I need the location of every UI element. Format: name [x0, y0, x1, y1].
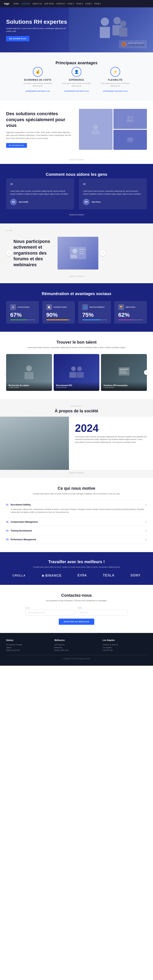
svg-point-16 [73, 249, 77, 253]
money-icon: 💰 [35, 70, 40, 74]
advantage-item-exp: 👤 EXPÉRIENCE Lorem ipsum dolor sit amet,… [60, 67, 93, 92]
advantages-grid: 💰 ÉCONOMIES DE COÛTS Lorem ipsum dolor s… [6, 67, 147, 92]
nav-page3[interactable]: PAGE 3 [85, 3, 92, 5]
advantage-item-flex: ⚡ FLEXIBILITÉ Lorem ipsum dolor sit amet… [99, 67, 132, 92]
about-section: HISTOIRE À propos de la société [0, 399, 153, 478]
testimonial-card-2: " Lorem ipsum dolor sit amet, consectetu… [79, 178, 147, 209]
svg-rect-19 [79, 251, 84, 252]
advantage-icon-flex: ⚡ [110, 67, 120, 77]
faq-header-2[interactable]: 02. Compensation Management ∨ [6, 520, 147, 523]
advantage-icon-cost: 💰 [33, 67, 43, 77]
formations-icon: 📋 [46, 304, 52, 310]
stat-bar-mentors [118, 320, 143, 320]
form-row: Email Name [25, 607, 128, 615]
faq-number-3: 03. [6, 530, 9, 532]
testimonials-title: Comment nous aidons les gens [6, 172, 147, 177]
testimonials-grid: " Lorem ipsum dolor sit amet, consectetu… [6, 178, 147, 209]
email-field[interactable] [25, 609, 75, 615]
chevron-down-icon-2: ∨ [145, 520, 147, 523]
nav-page1[interactable]: PAGE 1 [68, 3, 74, 5]
svg-rect-10 [127, 119, 130, 122]
nav-page2[interactable]: PAGE 2 [77, 3, 83, 5]
partners-logos: CROLLA ◈ BINANCE EV9A TESLA SONY [6, 574, 147, 578]
talent-grid: Recherche de cadres à votre service [6, 354, 147, 391]
footer-col-sydney: Sydney 45 Chetones Turnpike,SydneyGaffe … [6, 639, 50, 652]
svg-rect-20 [79, 253, 85, 254]
solutions-image-tall [79, 109, 113, 150]
about-year-desc: Lorem ipsum dolor sit amet, consectetur … [75, 436, 147, 444]
advantage-desc-cost: Lorem ipsum dolor sit amet, consectetur … [21, 82, 54, 87]
stat-bar-avantages [10, 320, 35, 320]
events-next-button[interactable]: › [100, 250, 106, 256]
svg-rect-26 [77, 372, 84, 378]
faq-header-4[interactable]: 04. Performance Management ∨ [6, 538, 147, 541]
stats-grid: ★ Avantages 67% 📋 Formations 90% 👥 Recru… [6, 301, 147, 323]
talent-title: Trouver le bon talent [6, 340, 147, 345]
solutions-cta-button[interactable]: EN SAVOIR PLUS [6, 143, 27, 148]
submit-button[interactable]: ENVOYER UN MESSAGE [59, 619, 94, 625]
stat-label-avantages: Avantages [17, 306, 30, 308]
advantage-desc-flex: Lorem ipsum dolor sit amet, consectetur … [99, 82, 132, 87]
stat-label-formations: Formations [54, 306, 67, 308]
svg-point-23 [71, 366, 76, 371]
avatar-sam: SP [83, 199, 90, 205]
nav-home[interactable]: HOME [13, 3, 19, 5]
logo[interactable]: logo [4, 2, 9, 5]
nav-page4[interactable]: PAGE 4 [94, 3, 101, 5]
svg-point-21 [26, 366, 32, 371]
advantage-title-exp: EXPÉRIENCE [60, 79, 93, 81]
recrutement-icon: 👥 [82, 304, 88, 310]
contact-subtitle: Des questions ou des remarques ? Écrivez… [36, 600, 117, 602]
events-prev-button[interactable]: ‹ [6, 250, 12, 256]
nav-team[interactable]: OUR TEAM [44, 3, 54, 5]
stat-bar-fill-formations [46, 320, 68, 320]
chevron-down-icon-3: ∨ [145, 529, 147, 532]
footer-address-sydney: 45 Chetones Turnpike,SydneyGaffe du buis… [6, 643, 50, 652]
advantage-icon-exp: 👤 [72, 67, 81, 77]
nav-lessons[interactable]: LESSONS [21, 3, 30, 5]
svg-point-24 [77, 366, 82, 371]
stat-icon-row-3: 👥 Recrutement [82, 304, 107, 310]
name-field[interactable] [78, 609, 128, 615]
footer-col-title-la: Los Angeles [103, 639, 147, 641]
faq-header-1[interactable]: 01. Recruitment Staffing ∧ [6, 503, 147, 506]
footer-col-melbourne: Melbourne 123 Collins St,Melbourne,Victo… [54, 639, 99, 652]
stat-card-formations: 📋 Formations 90% [42, 301, 75, 323]
testimonial-text-2: Lorem ipsum dolor sit amet, consectetur … [83, 190, 143, 196]
events-label: SLIDE [6, 230, 147, 231]
talent-card-rh: Recrutement RH à votre service [54, 354, 99, 391]
svg-point-8 [127, 116, 130, 119]
stat-label-mentors: Mentors [126, 306, 136, 308]
faq-header-3[interactable]: 03. Training Development ∨ [6, 529, 147, 532]
talent-next-button[interactable]: › [144, 370, 149, 375]
stat-icon-row-2: 📋 Formations [46, 304, 71, 310]
stat-value-avantages: 67% [10, 312, 35, 318]
person-icon: 👤 [74, 70, 79, 74]
nav-about[interactable]: ABOUT US [32, 3, 42, 5]
partners-subtitle: Funypit lorem ipsum dolor sit amet. Faci… [6, 566, 147, 569]
motivation-title: Ce qui nous motive [6, 486, 147, 491]
hero-cta-button[interactable]: EN SAVOIR PLUS [6, 36, 29, 41]
advantage-link-cost[interactable]: APPRENDRE ENCORE PLUS [25, 90, 50, 92]
form-group-email: Email [25, 607, 75, 615]
solutions-images-label: Images de Unsplash [0, 158, 153, 164]
faq-number-2: 02. [6, 521, 9, 523]
about-label: HISTOIRE [0, 399, 153, 409]
advantage-link-flex[interactable]: APPRENDRE ENCORE PLUS [103, 90, 128, 92]
hero-description: Sample large text. Lorem ipsum dolor sit… [6, 27, 69, 33]
svg-rect-18 [79, 249, 85, 250]
faq-question-4: Performance Management [11, 538, 145, 541]
talent-card-title-3: Solutions RH innovantes [103, 384, 144, 387]
advantages-title: Principaux avantages [6, 60, 147, 65]
nav-contact[interactable]: CONTACT [56, 3, 65, 5]
faq-answer-1: At ullamcorper. Adipisit velit. Condimen… [6, 506, 147, 514]
events-images-label: Images de Unsplash [6, 275, 147, 277]
footer-address-la: 189 best St, Suite 23,Los Angeles,CA 912… [103, 643, 147, 652]
advantages-section: Principaux avantages 💰 ÉCONOMIES DE COÛT… [0, 52, 153, 101]
advantage-link-exp[interactable]: APPRENDRE ENCORE PLUS [64, 90, 89, 92]
advantage-item-cost: 💰 ÉCONOMIES DE COÛTS Lorem ipsum dolor s… [21, 67, 54, 92]
stat-card-avantages: ★ Avantages 67% [6, 301, 39, 323]
talent-card-overlay-2: Recrutement RH à votre service [54, 382, 99, 391]
author-name-1: Paul Smith [19, 201, 28, 203]
stat-card-mentors: 🏆 Mentors 62% [114, 301, 147, 323]
